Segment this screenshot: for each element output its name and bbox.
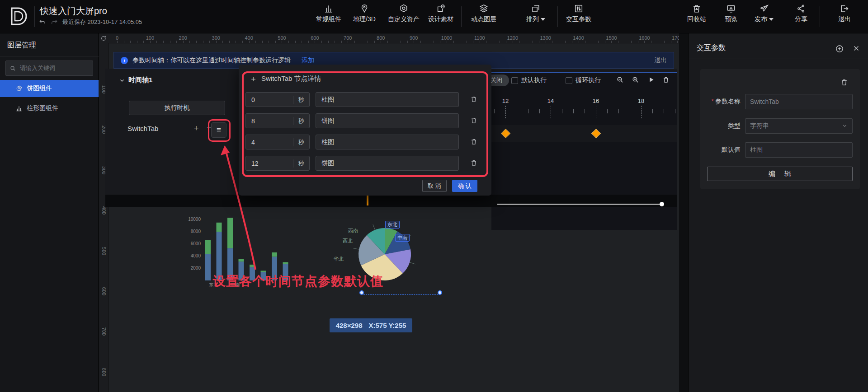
node-time-input[interactable]: 0 秒: [245, 92, 310, 107]
timeline-major-tick: [551, 106, 551, 118]
node-row: 12 秒 饼图: [245, 156, 485, 171]
toolbar-item-hexagon[interactable]: 自定义资产: [388, 4, 420, 23]
field-select[interactable]: 字符串: [745, 118, 853, 134]
toolbar-item-exit[interactable]: 退出: [838, 4, 851, 23]
close-icon[interactable]: [852, 44, 860, 52]
delete-node-icon[interactable]: [470, 95, 477, 103]
bar-chart-icon: [324, 4, 334, 14]
node-value-input[interactable]: 柱图: [316, 135, 459, 149]
toolbar-item-arrange[interactable]: 排列: [526, 4, 545, 23]
plus-icon[interactable]: ＋: [192, 124, 200, 132]
trash-icon[interactable]: [662, 76, 670, 84]
add-param-icon[interactable]: [835, 44, 844, 53]
save-status-row: 最近保存 2023-10-17 14:05:05: [39, 18, 142, 26]
app-logo[interactable]: [7, 5, 30, 29]
preview-icon: [726, 4, 736, 14]
cancel-button[interactable]: 取 消: [422, 180, 447, 192]
toolbar-item-label: 常规组件: [316, 15, 341, 23]
required-asterisk: *: [712, 98, 714, 105]
delete-param-icon[interactable]: [840, 78, 848, 86]
timeline-minor-tick: [528, 109, 528, 113]
zoom-in-icon[interactable]: [632, 76, 639, 84]
pie-slice-label: 西南: [348, 228, 358, 234]
toolbar-item-recycle-bin[interactable]: 回收站: [687, 4, 706, 23]
edit-button[interactable]: 编 辑: [707, 167, 853, 181]
trigger-timing-button[interactable]: 执行时机: [129, 101, 225, 115]
toolbar-item-publish[interactable]: 发布: [755, 4, 774, 23]
toolbar-item-layers[interactable]: 动态图层: [471, 4, 496, 23]
node-time-input[interactable]: 12 秒: [245, 156, 310, 171]
design-asset-icon: [436, 4, 446, 14]
timeline-param-name: SwitchTab: [127, 125, 158, 132]
scrollbar-handle[interactable]: [660, 202, 664, 206]
node-value-input[interactable]: 饼图: [316, 156, 459, 171]
node-time-input[interactable]: 8 秒: [245, 113, 310, 128]
node-menu-button[interactable]: ≡: [211, 122, 226, 138]
chevron-down-icon: [842, 123, 848, 129]
delete-node-icon[interactable]: [470, 138, 477, 145]
selection-position: X:575 Y:255: [368, 322, 406, 329]
selection-handle[interactable]: [438, 290, 442, 295]
field-label: 类型: [728, 122, 741, 130]
node-value-text: 饼图: [321, 117, 334, 125]
node-value-input[interactable]: 饼图: [316, 113, 459, 128]
refresh-icon[interactable]: [99, 33, 108, 43]
field-input[interactable]: 柱图: [745, 142, 853, 158]
minus-icon[interactable]: −: [207, 124, 212, 132]
param-field-row: 默认值 柱图: [700, 142, 860, 158]
selection-handle[interactable]: [359, 290, 364, 295]
chevron-down-icon: [119, 78, 125, 83]
node-row: 4 秒 柱图: [245, 135, 485, 149]
timeline-bottom-bar: [105, 195, 677, 207]
toolbar-item-params[interactable]: 交互参数: [566, 4, 591, 23]
divider: [689, 59, 868, 59]
node-time-value: 4: [246, 139, 293, 146]
canvas-scrollbar[interactable]: [679, 33, 688, 392]
node-row: 0 秒 柱图: [245, 92, 485, 107]
timeline-name-row[interactable]: 时间轴1: [119, 76, 152, 84]
layer-item-column[interactable]: 柱形图组件: [0, 100, 99, 117]
timeline-minor-tick: [607, 109, 608, 113]
node-value-input[interactable]: 柱图: [316, 92, 459, 107]
toolbar-item-bar-chart[interactable]: 常规组件: [316, 4, 341, 23]
banner-exit-link[interactable]: 退出: [654, 56, 667, 65]
arrange-icon: [531, 4, 541, 14]
banner-add-link[interactable]: 添加: [302, 56, 314, 65]
default-run-checkbox[interactable]: [511, 77, 518, 84]
column-chart-icon: [15, 105, 23, 112]
toolbar-item-design-asset[interactable]: 设计素材: [428, 4, 453, 23]
node-time-unit: 秒: [293, 117, 309, 125]
field-value: SwitchTab: [750, 98, 779, 105]
toolbar-item-map-pin[interactable]: 地理/3D: [353, 4, 376, 23]
ruler-tick-label: 1200: [507, 35, 518, 41]
toolbar-item-share[interactable]: 分享: [795, 4, 807, 23]
panel-title: 交互参数: [697, 43, 726, 53]
toolbar-divider: [461, 6, 462, 27]
timeline-scrollbar[interactable]: [497, 204, 661, 205]
toolbar-item-label: 发布: [755, 15, 767, 23]
timeline-minor-tick: [652, 109, 653, 113]
redo-icon[interactable]: [51, 19, 58, 26]
timeline-minor-tick: [618, 109, 619, 113]
delete-node-icon[interactable]: [470, 117, 477, 124]
layer-item-pie[interactable]: 饼图组件: [0, 80, 99, 97]
layer-search-input[interactable]: 请输入关键词: [5, 61, 93, 76]
zoom-out-icon[interactable]: [616, 76, 624, 84]
search-icon: [9, 65, 16, 72]
svg-text:2000: 2000: [191, 266, 201, 271]
delete-node-icon[interactable]: [470, 159, 477, 167]
topbar-divider: [34, 6, 35, 27]
ruler-tick-label: 900: [410, 35, 418, 41]
playhead-marker[interactable]: [367, 196, 368, 205]
node-time-input[interactable]: 4 秒: [245, 135, 310, 149]
timeline-minor-tick: [585, 109, 585, 113]
field-input[interactable]: SwitchTab: [745, 94, 853, 109]
undo-icon[interactable]: [39, 19, 46, 26]
design-canvas[interactable]: 0100200300400500600700800900100011001200…: [99, 33, 679, 392]
loop-run-checkbox[interactable]: [566, 77, 572, 84]
timeline-minor-tick: [562, 109, 562, 113]
confirm-button[interactable]: 确 认: [452, 180, 477, 192]
play-icon[interactable]: [648, 76, 655, 84]
toolbar-item-preview[interactable]: 预览: [725, 4, 737, 23]
timeline-minor-tick: [517, 109, 517, 113]
